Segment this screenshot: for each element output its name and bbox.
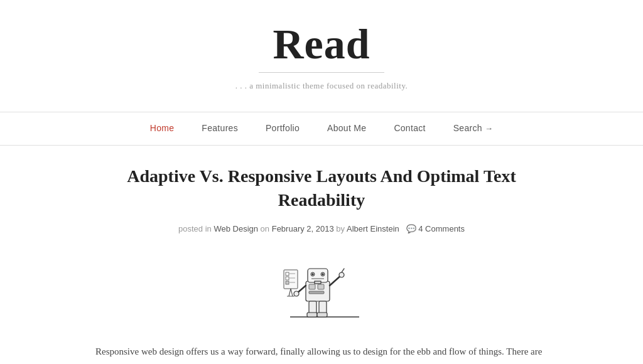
robot-illustration [271, 251, 372, 323]
site-title: Read [13, 19, 630, 68]
svg-rect-3 [318, 284, 324, 289]
article-meta: posted in Web Design on February 2, 2013… [95, 222, 548, 236]
nav-item-features[interactable]: Features [188, 112, 252, 145]
svg-rect-23 [286, 277, 289, 280]
search-label: Search [453, 121, 482, 136]
posted-in-label: posted in [178, 224, 212, 233]
main-content: Adaptive Vs. Responsive Layouts And Opti… [83, 146, 560, 364]
svg-rect-22 [286, 272, 289, 276]
svg-point-8 [312, 274, 313, 275]
svg-point-9 [322, 274, 323, 275]
nav-wrapper: Home Features Portfolio About Me Contact… [0, 112, 643, 146]
on-label: on [261, 224, 269, 233]
site-tagline: . . . a minimalistic theme focused on re… [13, 79, 630, 93]
article-date[interactable]: February 2, 2013 [272, 224, 334, 233]
nav-item-search[interactable]: Search → [440, 112, 507, 145]
svg-rect-24 [286, 281, 289, 284]
svg-rect-17 [309, 301, 316, 314]
site-title-text: Read [273, 20, 370, 68]
svg-rect-19 [307, 313, 317, 317]
svg-point-13 [294, 291, 299, 296]
article-author[interactable]: Albert Einstein [347, 224, 399, 233]
main-nav: Home Features Portfolio About Me Contact… [0, 112, 643, 145]
svg-rect-11 [315, 281, 321, 284]
article-body-text: Responsive web design offers us a way fo… [95, 343, 548, 364]
svg-line-16 [342, 269, 344, 272]
svg-rect-18 [319, 301, 327, 314]
comment-icon: 💬 [406, 224, 416, 233]
svg-rect-2 [309, 284, 315, 289]
title-underline [259, 72, 384, 73]
nav-item-about[interactable]: About Me [313, 112, 380, 145]
article-image [95, 251, 548, 329]
site-header: Read . . . a minimalistic theme focused … [0, 0, 643, 112]
nav-item-home[interactable]: Home [136, 112, 188, 145]
svg-rect-5 [308, 269, 328, 282]
svg-line-28 [289, 289, 291, 296]
svg-rect-20 [317, 313, 327, 317]
article-category[interactable]: Web Design [213, 224, 258, 233]
svg-point-15 [339, 272, 344, 277]
nav-item-contact[interactable]: Contact [380, 112, 439, 145]
svg-line-29 [291, 289, 293, 296]
article-body: Responsive web design offers us a way fo… [95, 343, 548, 364]
nav-item-portfolio[interactable]: Portfolio [252, 112, 313, 145]
article-comments[interactable]: 4 Comments [418, 224, 465, 233]
by-label: by [336, 224, 345, 233]
page-wrapper: Read . . . a minimalistic theme focused … [0, 0, 643, 364]
svg-rect-4 [309, 291, 324, 294]
search-arrow-icon: → [485, 122, 493, 136]
article: Adaptive Vs. Responsive Layouts And Opti… [95, 164, 548, 364]
article-title: Adaptive Vs. Responsive Layouts And Opti… [95, 164, 548, 212]
